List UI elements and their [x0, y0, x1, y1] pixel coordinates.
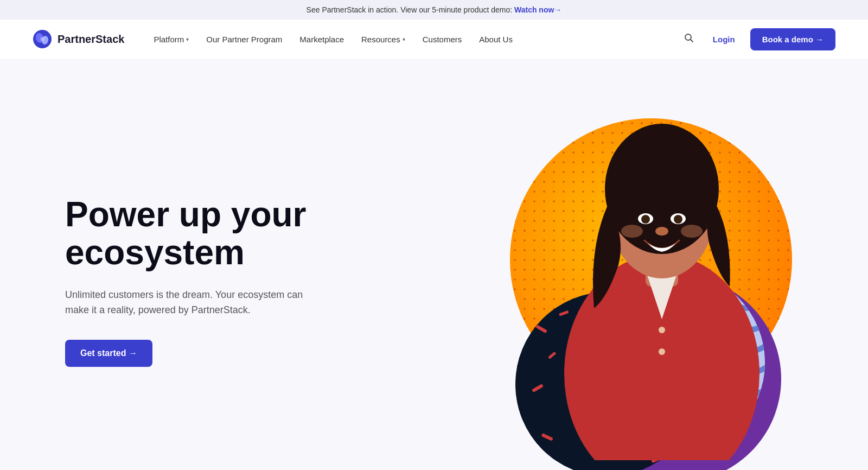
- get-started-button[interactable]: Get started →: [65, 340, 152, 367]
- resources-chevron: ▾: [403, 36, 405, 42]
- svg-point-34: [674, 215, 682, 224]
- logo-icon: [33, 29, 52, 49]
- book-demo-button[interactable]: Book a demo →: [750, 28, 835, 50]
- banner-text: See PartnerStack in action. View our 5-m…: [307, 5, 513, 14]
- svg-point-3: [40, 37, 44, 41]
- svg-point-37: [681, 225, 703, 238]
- svg-point-36: [621, 225, 643, 238]
- hero-person-image: [505, 91, 819, 460]
- logo-text: PartnerStack: [58, 33, 124, 46]
- hero-section: Power up your ecosystem Unlimited custom…: [0, 59, 868, 470]
- top-banner: See PartnerStack in action. View our 5-m…: [0, 0, 868, 20]
- svg-point-32: [641, 215, 650, 224]
- svg-point-39: [659, 348, 665, 355]
- nav-platform[interactable]: Platform ▾: [146, 30, 196, 48]
- search-button[interactable]: [680, 29, 698, 49]
- nav-links: Platform ▾ Our Partner Program Marketpla…: [146, 30, 680, 48]
- hero-subtitle: Unlimited customers is the dream. Your e…: [65, 287, 315, 319]
- nav-marketplace[interactable]: Marketplace: [292, 30, 352, 48]
- nav-about[interactable]: About Us: [471, 30, 520, 48]
- svg-point-38: [659, 327, 665, 333]
- hero-content: Power up your ecosystem Unlimited custom…: [65, 195, 380, 367]
- nav-resources[interactable]: Resources ▾: [354, 30, 413, 48]
- svg-line-5: [690, 39, 693, 42]
- navbar: PartnerStack Platform ▾ Our Partner Prog…: [0, 20, 868, 59]
- hero-title: Power up your ecosystem: [65, 195, 380, 272]
- hero-visual: [380, 91, 835, 470]
- svg-point-35: [655, 227, 668, 236]
- nav-right: Login Book a demo →: [680, 28, 835, 50]
- nav-customers[interactable]: Customers: [415, 30, 470, 48]
- platform-chevron: ▾: [186, 36, 189, 42]
- banner-cta[interactable]: Watch now→: [514, 5, 561, 14]
- nav-partner-program[interactable]: Our Partner Program: [199, 30, 290, 48]
- search-icon: [684, 33, 694, 43]
- logo[interactable]: PartnerStack: [33, 29, 124, 49]
- login-button[interactable]: Login: [706, 30, 742, 48]
